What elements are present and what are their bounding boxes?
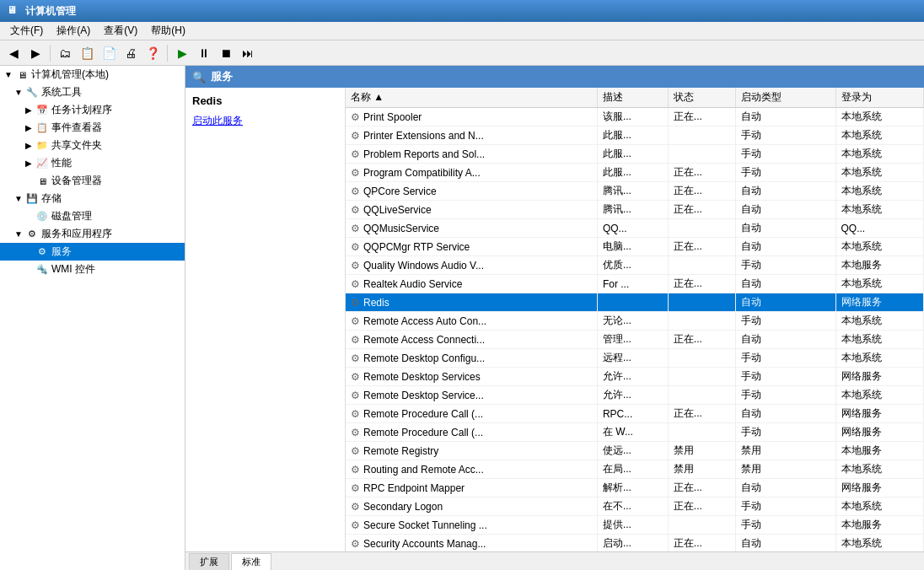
table-row[interactable]: ⚙Printer Extensions and N...此服...手动本地系统 xyxy=(346,126,924,145)
service-gear-icon: ⚙ xyxy=(351,352,360,364)
table-row[interactable]: ⚙Redis自动网络服务 xyxy=(346,293,924,312)
tree-root[interactable]: ▼ 🖥 计算机管理(本地) xyxy=(0,66,185,83)
table-row[interactable]: ⚙Quality Windows Audio V...优质...手动本地服务 xyxy=(346,256,924,275)
expand-disk[interactable] xyxy=(24,212,34,222)
table-row[interactable]: ⚙Problem Reports and Sol...此服...手动本地系统 xyxy=(346,145,924,164)
tree-storage[interactable]: ▼ 💾 存储 xyxy=(0,190,185,207)
col-status[interactable]: 状态 xyxy=(668,88,736,108)
service-name-cell: ⚙Routing and Remote Acc... xyxy=(346,460,597,479)
menu-file[interactable]: 文件(F) xyxy=(3,22,50,40)
table-row[interactable]: ⚙QQMusicServiceQQ...自动QQ... xyxy=(346,219,924,238)
service-login-cell: 网络服务 xyxy=(835,479,923,497)
tree-performance[interactable]: ▶ 📈 性能 xyxy=(0,154,185,172)
service-status-cell: 正在... xyxy=(668,405,736,423)
menu-action[interactable]: 操作(A) xyxy=(50,22,97,40)
service-name-cell: ⚙Remote Desktop Services xyxy=(346,368,597,386)
expand-shared[interactable]: ▶ xyxy=(24,141,34,151)
tab-extended[interactable]: 扩展 xyxy=(189,553,229,570)
tree-task-scheduler[interactable]: ▶ 📅 任务计划程序 xyxy=(0,101,185,119)
table-row[interactable]: ⚙RPC Endpoint Mapper解析...正在...自动网络服务 xyxy=(346,479,924,497)
tree-wmi[interactable]: 🔩 WMI 控件 xyxy=(0,261,185,278)
tree-device-manager[interactable]: 🖥 设备管理器 xyxy=(0,172,185,190)
wmi-icon: 🔩 xyxy=(35,263,49,277)
toolbar-help[interactable]: ❓ xyxy=(142,43,163,63)
col-login[interactable]: 登录为 xyxy=(835,88,923,108)
bottom-tabs: 扩展 标准 xyxy=(185,551,924,570)
service-login-cell: 网络服务 xyxy=(835,293,923,312)
table-row[interactable]: ⚙QQLiveService腾讯...正在...自动本地系统 xyxy=(346,201,924,219)
table-row[interactable]: ⚙Remote Access Auto Con...无论...手动本地系统 xyxy=(346,312,924,331)
table-row[interactable]: ⚙Remote Desktop Service...允许...手动本地系统 xyxy=(346,386,924,405)
toolbar-restart[interactable]: ⏭ xyxy=(238,43,258,63)
service-status-cell: 正在... xyxy=(668,108,736,126)
services-list[interactable]: 名称 ▲ 描述 状态 启动类型 登录为 ⚙Print Spooler该服...正… xyxy=(346,88,924,551)
expand-storage[interactable]: ▼ xyxy=(13,194,24,204)
table-header-row: 名称 ▲ 描述 状态 启动类型 登录为 xyxy=(346,88,924,108)
expand-device[interactable] xyxy=(24,176,34,186)
col-name[interactable]: 名称 ▲ xyxy=(346,88,597,108)
service-startup-cell: 自动 xyxy=(736,405,835,423)
table-row[interactable]: ⚙Secondary Logon在不...正在...手动本地系统 xyxy=(346,497,924,516)
service-startup-cell: 自动 xyxy=(736,182,835,201)
expand-root[interactable]: ▼ xyxy=(3,70,13,80)
event-icon: 📋 xyxy=(35,121,49,135)
service-name-cell: ⚙QQLiveService xyxy=(346,201,597,219)
expand-wmi[interactable] xyxy=(24,265,34,275)
table-row[interactable]: ⚙Remote Desktop Services允许...手动网络服务 xyxy=(346,368,924,386)
toolbar-properties[interactable]: 🖨 xyxy=(121,43,141,63)
menu-view[interactable]: 查看(V) xyxy=(97,22,144,40)
toolbar-pause[interactable]: ⏸ xyxy=(194,43,214,63)
expand-services-apps[interactable]: ▼ xyxy=(13,229,24,239)
service-status-cell: 正在... xyxy=(668,497,736,516)
table-row[interactable]: ⚙Secure Socket Tunneling ...提供...手动本地服务 xyxy=(346,516,924,535)
service-gear-icon: ⚙ xyxy=(351,464,360,476)
table-row[interactable]: ⚙Program Compatibility A...此服...正在...手动本… xyxy=(346,164,924,182)
expand-event[interactable]: ▶ xyxy=(24,123,34,133)
table-row[interactable]: ⚙Print Spooler该服...正在...自动本地系统 xyxy=(346,108,924,126)
toolbar-stop[interactable]: ⏹ xyxy=(216,43,236,63)
toolbar-new-window[interactable]: 📄 xyxy=(99,43,119,63)
service-name-cell: ⚙Print Spooler xyxy=(346,108,597,126)
expand-task[interactable]: ▶ xyxy=(24,105,34,116)
service-name-cell: ⚙QQMusicService xyxy=(346,219,597,238)
service-name-cell: ⚙Program Compatibility A... xyxy=(346,164,597,182)
toolbar-play[interactable]: ▶ xyxy=(172,43,192,63)
tree-shared-folders[interactable]: ▶ 📁 共享文件夹 xyxy=(0,137,185,154)
table-row[interactable]: ⚙Remote Procedure Call (...在 W...手动网络服务 xyxy=(346,423,924,442)
tree-event-viewer[interactable]: ▶ 📋 事件查看器 xyxy=(0,119,185,137)
tree-services-apps[interactable]: ▼ ⚙ 服务和应用程序 xyxy=(0,225,185,243)
toolbar-forward[interactable]: ▶ xyxy=(25,43,46,63)
service-desc-cell: 此服... xyxy=(597,126,668,145)
toolbar-show-hide[interactable]: 📋 xyxy=(77,43,97,63)
service-desc-cell: QQ... xyxy=(597,219,668,238)
toolbar-up[interactable]: 🗂 xyxy=(55,43,75,63)
table-row[interactable]: ⚙Remote Access Connecti...管理...正在...自动本地… xyxy=(346,331,924,349)
tree-services[interactable]: ⚙ 服务 xyxy=(0,243,185,261)
start-service-link[interactable]: 启动此服务 xyxy=(192,115,243,126)
service-startup-cell: 自动 xyxy=(736,331,835,349)
table-row[interactable]: ⚙Remote Desktop Configu...远程...手动本地系统 xyxy=(346,349,924,368)
service-status-cell xyxy=(668,145,736,164)
table-row[interactable]: ⚙QQPCMgr RTP Service电脑...正在...自动本地系统 xyxy=(346,238,924,256)
tree-disk-mgmt[interactable]: 💿 磁盘管理 xyxy=(0,207,185,225)
table-row[interactable]: ⚙Realtek Audio ServiceFor ...正在...自动本地系统 xyxy=(346,275,924,293)
table-row[interactable]: ⚙Remote Registry使远...禁用禁用本地服务 xyxy=(346,442,924,460)
services-header: 🔍 服务 xyxy=(185,66,924,88)
tree-system-tools[interactable]: ▼ 🔧 系统工具 xyxy=(0,83,185,101)
table-row[interactable]: ⚙Remote Procedure Call (...RPC...正在...自动… xyxy=(346,405,924,423)
expand-services[interactable] xyxy=(24,247,34,257)
table-row[interactable]: ⚙QPCore Service腾讯...正在...自动本地系统 xyxy=(346,182,924,201)
toolbar-back[interactable]: ◀ xyxy=(3,43,24,63)
expand-perf[interactable]: ▶ xyxy=(24,159,34,169)
table-row[interactable]: ⚙Security Accounts Manag...启动...正在...自动本… xyxy=(346,535,924,552)
service-login-cell: 本地系统 xyxy=(835,535,923,552)
col-desc[interactable]: 描述 xyxy=(597,88,668,108)
detail-title: Redis xyxy=(192,94,338,107)
expand-system[interactable]: ▼ xyxy=(13,88,24,98)
col-startup[interactable]: 启动类型 xyxy=(736,88,835,108)
service-gear-icon: ⚙ xyxy=(351,186,360,197)
tab-standard[interactable]: 标准 xyxy=(231,553,271,570)
storage-icon: 💾 xyxy=(25,192,39,206)
menu-help[interactable]: 帮助(H) xyxy=(144,22,192,40)
table-row[interactable]: ⚙Routing and Remote Acc...在局...禁用禁用本地系统 xyxy=(346,460,924,479)
